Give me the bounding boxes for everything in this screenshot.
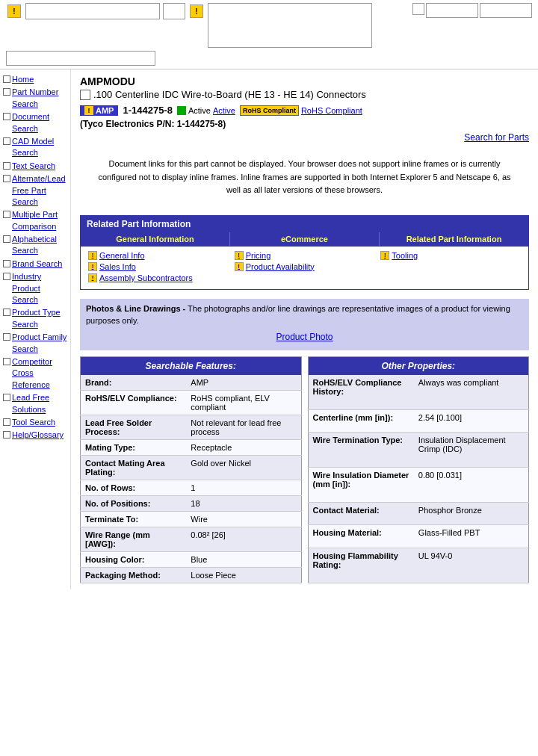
sidebar-item-multiple[interactable]: Multiple Part Comparison [3, 209, 67, 232]
main-layout: Home Part Number Search Document Search … [0, 69, 538, 589]
header-bottom-input[interactable] [6, 51, 155, 66]
sidebar-link-lead-free[interactable]: Lead Free Solutions [12, 392, 67, 415]
table-row: Terminate To:Wire [81, 511, 302, 527]
search-for-parts-link[interactable]: Search for Parts [80, 132, 529, 143]
tooling-link[interactable]: ! Tooling [380, 251, 521, 260]
sidebar-item-industry[interactable]: Industry Product Search [3, 271, 67, 306]
sales-info-text: Sales Info [99, 262, 136, 271]
table-row: No. of Rows:1 [81, 480, 302, 495]
table-row: No. of Positions:18 [81, 495, 302, 511]
header-input-2[interactable] [480, 3, 532, 18]
sidebar-item-help[interactable]: Help/Glossary [3, 430, 67, 441]
sidebar-link-part-number[interactable]: Part Number Search [12, 87, 67, 110]
active-icon [177, 106, 186, 115]
rohs-icon: RoHS Compliant [240, 105, 299, 116]
feature-value: 18 [186, 495, 301, 511]
header-input-1[interactable] [426, 3, 478, 18]
pricing-link[interactable]: ! Pricing [235, 251, 375, 260]
general-info-link[interactable]: ! General Info [88, 251, 229, 260]
table-row: Housing Material:Glass-Filled PBT [308, 525, 529, 548]
feature-value: 0.08² [26] [186, 527, 301, 551]
sidebar-item-product-type[interactable]: Product Type Search [3, 307, 67, 330]
sidebar-item-tool[interactable]: Tool Search [3, 417, 67, 428]
table-row: Mating Type:Receptacle [81, 439, 302, 455]
related-section: Related Part Information General Informa… [80, 215, 529, 290]
pricing-text: Pricing [246, 251, 271, 260]
active-label: Active [188, 106, 211, 115]
table-row: RoHS/ELV Compliance History:Always was c… [308, 375, 529, 410]
header-icon-2: ! [190, 4, 203, 18]
sales-info-link[interactable]: ! Sales Info [88, 262, 229, 271]
sidebar-bullet [3, 75, 10, 83]
sidebar-bullet [3, 358, 10, 365]
product-availability-link[interactable]: ! Product Availability [235, 262, 375, 271]
sidebar-link-document[interactable]: Document Search [12, 111, 67, 134]
sidebar-item-alphabetical[interactable]: Alphabetical Search [3, 234, 67, 257]
property-label: Wire Termination Type: [308, 432, 414, 467]
sidebar-link-alternate[interactable]: Alternate/Lead Free Part Search [12, 173, 67, 208]
sidebar-link-cad[interactable]: CAD Model Search [12, 136, 67, 159]
table-row: Wire Range (mm [AWG]):0.08² [26] [81, 527, 302, 551]
general-info-text: General Info [99, 251, 145, 260]
sidebar-item-home[interactable]: Home [3, 74, 67, 85]
sidebar-link-alphabetical[interactable]: Alphabetical Search [12, 234, 67, 257]
rohs-link[interactable]: RoHS Compliant [301, 106, 362, 115]
photos-section: Photos & Line Drawings - The photographs… [80, 299, 529, 350]
related-col-related: Related Part Information [380, 232, 528, 246]
property-value: Always was compliant [414, 375, 529, 410]
feature-label: Packaging Method: [81, 567, 187, 583]
sidebar-bullet [3, 309, 10, 316]
active-badge: Active Active [177, 106, 235, 115]
subtitle-checkbox[interactable] [80, 90, 90, 100]
sidebar-item-alternate[interactable]: Alternate/Lead Free Part Search [3, 173, 67, 208]
table-row: Centerline (mm [in]):2.54 [0.100] [308, 409, 529, 432]
header-checkbox[interactable] [412, 3, 424, 15]
part-number: 1-144275-8 [123, 105, 173, 116]
sidebar-item-text[interactable]: Text Search [3, 161, 67, 172]
feature-value: Receptacle [186, 439, 301, 455]
feature-label: RoHS/ELV Compliance: [81, 390, 187, 415]
tooling-icon: ! [380, 251, 389, 260]
sidebar-link-multiple[interactable]: Multiple Part Comparison [12, 209, 67, 232]
property-label: RoHS/ELV Compliance History: [308, 375, 414, 410]
sidebar-link-product-family[interactable]: Product Family Search [12, 332, 67, 355]
sidebar-link-competitor[interactable]: Competitor Cross Reference [12, 356, 67, 391]
sidebar-link-industry[interactable]: Industry Product Search [12, 271, 67, 306]
part-subtitle: .100 Centerline IDC Wire-to-Board (HE 13… [80, 89, 529, 100]
sidebar-link-text[interactable]: Text Search [12, 161, 55, 172]
sidebar-link-tool[interactable]: Tool Search [12, 417, 55, 428]
active-link[interactable]: Active [213, 106, 235, 115]
header-right-controls [412, 3, 532, 18]
pricing-icon: ! [235, 251, 244, 260]
sidebar-bullet [3, 394, 10, 401]
sidebar-link-home[interactable]: Home [12, 74, 34, 85]
sidebar: Home Part Number Search Document Search … [0, 69, 71, 589]
header-search-input[interactable] [25, 3, 160, 19]
rohs-badge: RoHS Compliant RoHS Compliant [240, 105, 362, 116]
sidebar-link-brand[interactable]: Brand Search [12, 258, 62, 270]
sidebar-item-brand[interactable]: Brand Search [3, 258, 67, 270]
header-large-box [208, 3, 372, 48]
property-value: Glass-Filled PBT [414, 525, 529, 548]
sidebar-item-competitor[interactable]: Competitor Cross Reference [3, 356, 67, 391]
sidebar-item-cad[interactable]: CAD Model Search [3, 136, 67, 159]
property-label: Wire Insulation Diameter (mm [in]): [308, 468, 414, 503]
table-row: Contact Material:Phosphor Bronze [308, 503, 529, 525]
sidebar-item-part-number[interactable]: Part Number Search [3, 87, 67, 110]
assembly-link[interactable]: ! Assembly Subcontractors [88, 273, 229, 282]
sidebar-link-help[interactable]: Help/Glossary [12, 430, 64, 441]
related-links: ! General Info ! Sales Info ! Assembly S… [81, 247, 528, 289]
sidebar-item-lead-free[interactable]: Lead Free Solutions [3, 392, 67, 415]
feature-value: AMP [186, 375, 301, 391]
sidebar-item-document[interactable]: Document Search [3, 111, 67, 134]
sidebar-bullet [3, 235, 10, 243]
sidebar-item-product-family[interactable]: Product Family Search [3, 332, 67, 355]
searchable-features-table: Searchable Features: Brand:AMPRoHS/ELV C… [80, 356, 302, 583]
feature-value: Gold over Nickel [186, 455, 301, 480]
sidebar-link-product-type[interactable]: Product Type Search [12, 307, 67, 330]
related-header: Related Part Information [81, 216, 528, 232]
sidebar-bullet [3, 418, 10, 426]
product-photo-link[interactable]: Product Photo [86, 327, 523, 347]
sidebar-bullet [3, 113, 10, 120]
header-small-box[interactable] [163, 3, 185, 19]
